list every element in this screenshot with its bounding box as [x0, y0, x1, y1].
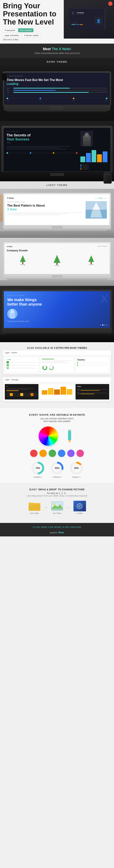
dragdrop-title-row: EASY 'DRAG & DROP' TO CHANGE PICTURE [3, 488, 111, 491]
hero-section: Bring Your Presentation to The New Level… [0, 0, 114, 43]
laptop-section-2: Our Services The Secrets of Your Success… [0, 121, 114, 181]
slide-h-timeline [6, 152, 78, 154]
blue-quote: Professional presentation slides [7, 320, 107, 322]
slide-light-body: We Did Break the The Best Pattern is Abo… [7, 201, 107, 219]
laptop-foot-blue [6, 333, 108, 335]
color-wheel [39, 427, 58, 446]
slide-light-text-col: We Did Break the The Best Pattern is Abo… [7, 201, 83, 219]
slide-dark-1: Business Landscape Time Moves Fast But W… [4, 73, 110, 104]
laptop-lid: Business Landscape Time Moves Fast But W… [3, 71, 111, 106]
footer-logo-area: graphic River [3, 531, 111, 534]
screen-blue: X Meet the team We make things better th… [4, 291, 110, 328]
footer-link[interactable]: CLICK HERE FOR MORE SLIDE PREVIEW [33, 526, 81, 528]
laptop-light-1: X Note We Did Break the The Best Pattern… [3, 193, 111, 231]
slide-light-2: X Note Growth Diagram Company Growth [4, 243, 110, 274]
orange-theme-preview: ✕ [3, 382, 111, 401]
swatch-blue [58, 450, 65, 457]
laptop-section-1: Business Landscape Time Moves Fast But W… [0, 66, 114, 121]
dd-result-item: ✓ In Slide [74, 501, 86, 514]
swatch-pink [77, 450, 84, 457]
meet-highlight: The X Note! [52, 47, 71, 51]
secrets-highlight: Your Success [6, 137, 29, 141]
slide-header-row: X Note Growth Diagram [7, 246, 107, 247]
table-dark-blue [0, 335, 114, 342]
editable-sub2: from keynote color palette! [3, 420, 111, 423]
svg-rect-8 [56, 263, 58, 265]
laptop-trackpad [51, 107, 63, 110]
color-swatches-row [3, 450, 111, 457]
svg-rect-34 [29, 503, 33, 505]
badge-powerpoint: Powerpoint [3, 28, 17, 32]
blue-avatar [7, 309, 18, 319]
trackpad-light-2 [52, 275, 62, 278]
also-title-row: ALSO AVAILABLE IN 2 EXTRA PRE-MADE THEME… [3, 346, 111, 349]
slide-main-title: Time Moves Fast But We Set The Most Lead… [6, 78, 108, 86]
dd-label-easy: EASY [29, 488, 38, 491]
secrets-title: The Secrets of Your Success [6, 133, 78, 141]
dd-folder-item: Your Folder [28, 501, 41, 514]
diagram-items: Strategy Growth [7, 254, 107, 266]
hero-badges-row2: page animation 4 themes option [3, 33, 61, 37]
folder-label: Your Folder [30, 512, 39, 514]
slide-title-growth: Company Growth [7, 249, 107, 252]
svg-rect-22 [68, 430, 71, 431]
our-services-label: Our Services [6, 131, 78, 132]
donut-charts-row: 75% Category A 55% Category B 40% Catego… [3, 461, 111, 478]
badge-animation: page animation [3, 33, 21, 37]
svg-rect-39 [51, 507, 63, 510]
slide-nav [95, 198, 107, 198]
bar-chart [80, 148, 108, 163]
badge-editable: fully editable [18, 28, 33, 32]
meet-title: Meet The X Note! [2, 47, 112, 51]
table-light-2 [0, 280, 114, 286]
color-tools-row [3, 427, 111, 446]
slide-header-text: Business Landscape [6, 75, 108, 77]
blue-title: We make things better than anyone [7, 298, 107, 307]
dd-label-drag: 'DRAG & DROP' [38, 488, 57, 491]
laptop-screen-bezel: Business Landscape Time Moves Fast But W… [4, 73, 110, 104]
meet-subtitle: Clean and professional slides that you'l… [2, 52, 112, 55]
donut-2: 55% Category B [50, 461, 64, 478]
donut-3: 40% Category C [69, 461, 84, 478]
hero-preview-container: X Company Presentation Justin Taylor [64, 0, 114, 38]
slide-light-header: X Note [7, 197, 107, 199]
also-available-section: ALSO AVAILABLE IN 2 EXTRA PRE-MADE THEME… [0, 342, 114, 408]
editable-title-row: EVERY SHAPE ARE EDITABLE IN KEYNOTE [3, 413, 111, 416]
light-theme-label: LIGHT THEME [0, 181, 114, 189]
image-icon [51, 501, 63, 512]
swatch-purple [67, 450, 75, 457]
laptop-section-diagram: X Note Growth Diagram Company Growth [0, 238, 114, 286]
diagram-item-1: Strategy [7, 254, 39, 266]
svg-rect-33 [29, 504, 40, 511]
mug-decoration [2, 73, 7, 81]
blue-slide-content: Meet the team We make things better than… [7, 295, 107, 322]
diagram-item-3: Results [75, 254, 107, 266]
hero-file-info: 196 and 4.3 files [3, 38, 19, 41]
donut-label-3: Category C [72, 476, 81, 478]
orange-slide-1: ✕ [5, 384, 38, 400]
screen-light-2: X Note Growth Diagram Company Growth [4, 243, 110, 274]
green-slide-2 [40, 357, 74, 372]
trackpad-2 [50, 173, 64, 176]
orange-bar-chart [42, 386, 72, 396]
laptop-base-blue [2, 328, 112, 333]
laptop-section-blue: X Meet the team We make things better th… [0, 286, 114, 342]
hero-info: 196 and 4.3 files [3, 38, 61, 41]
image-label: Your Photo [53, 512, 61, 514]
slide-left-content: Our Services The Secrets of Your Success… [6, 131, 78, 169]
donut-1: 75% Category A [31, 461, 45, 478]
svg-rect-18 [68, 429, 71, 440]
hero-slide-preview: X Company Presentation Justin Taylor [64, 0, 114, 38]
blue-label: Meet the team [7, 295, 107, 297]
laptop-lid-2: Our Services The Secrets of Your Success… [2, 126, 112, 172]
slide-right-content: Category A Category B Category C [80, 131, 108, 169]
hero-title-line2: Presentation to [3, 10, 56, 18]
dragdrop-section: EASY 'DRAG & DROP' TO CHANGE PICTURE As … [0, 483, 114, 523]
laptop-foot-light-2 [7, 279, 107, 280]
trackpad-light [52, 226, 62, 228]
laptop-lid-light-2: X Note Growth Diagram Company Growth [3, 242, 111, 274]
laptop-dark-1: Business Landscape Time Moves Fast But W… [3, 71, 111, 112]
portrait-placeholder [80, 131, 93, 146]
slide-timeline [6, 95, 108, 99]
slide-light-1: X Note We Did Break the The Best Pattern… [4, 194, 110, 225]
